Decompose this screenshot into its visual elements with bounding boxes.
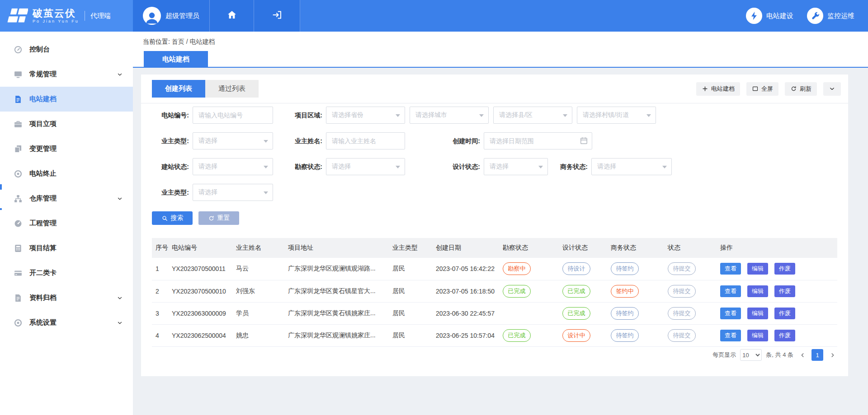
toolbar: 电站建档 全屏 刷新 <box>696 82 841 96</box>
business-status-badge: 待签约 <box>611 329 639 342</box>
document-icon <box>14 95 23 104</box>
lightning-icon <box>746 8 762 24</box>
edit-button[interactable]: 编辑 <box>747 285 768 297</box>
content-card: 创建列表通过列表 电站建档 全屏 刷新 <box>141 75 848 376</box>
sidebar-item-data-archive[interactable]: 资料归档 <box>0 285 133 310</box>
filter-field: 商务状态:请选择 <box>551 158 672 175</box>
chevron-down-icon <box>829 85 835 92</box>
collapse-filters-button[interactable] <box>823 82 841 96</box>
breadcrumb: 当前位置: 首页 / 电站建档 <box>143 38 215 46</box>
cell-index: 4 <box>152 324 170 346</box>
filter-select[interactable]: 请选择 <box>193 132 273 149</box>
breadcrumb-path[interactable]: 首页 / 电站建档 <box>172 38 215 45</box>
filter-field: 业主姓名: <box>285 132 405 149</box>
filter-row: 业主类型:请选择业主姓名:创建时间: <box>152 132 837 149</box>
void-button[interactable]: 作废 <box>774 330 795 341</box>
sidebar-item-station-stop[interactable]: 电站终止 <box>0 161 133 186</box>
home-icon <box>226 9 237 22</box>
cell-actions: 查看编辑作废 <box>718 324 837 346</box>
create-station-button[interactable]: 电站建档 <box>696 82 740 96</box>
sidebar-item-warehouse-mgmt[interactable]: 仓库管理 <box>0 186 133 211</box>
next-page-button[interactable] <box>827 349 837 361</box>
sidebar-item-project-init[interactable]: 项目立项 <box>0 112 133 136</box>
list-tabs: 创建列表通过列表 <box>152 80 259 98</box>
target-icon <box>14 169 23 178</box>
prev-page-button[interactable] <box>797 349 807 361</box>
sidebar-item-change-mgmt[interactable]: 变更管理 <box>0 136 133 161</box>
void-button[interactable]: 作废 <box>774 263 795 275</box>
filter-select[interactable]: 请选择 <box>326 158 405 175</box>
refresh-button[interactable]: 刷新 <box>785 82 817 96</box>
sidebar-item-general-mgmt[interactable]: 常规管理 <box>0 62 133 87</box>
view-button[interactable]: 查看 <box>720 263 741 275</box>
logo-title: 破茧云伏 <box>33 8 79 19</box>
search-button[interactable]: 搜索 <box>152 211 193 225</box>
logo: 破茧云伏 Po Jian Yun Fu 代理端 <box>0 0 133 32</box>
sidebar-item-system-settings[interactable]: 系统设置 <box>0 310 133 335</box>
sidebar-item-open-card[interactable]: 开二类卡 <box>0 261 133 285</box>
tab-passed-list[interactable]: 通过列表 <box>205 80 259 98</box>
cell-status: 待提交 <box>666 280 718 302</box>
cell-status: 待提交 <box>666 258 718 280</box>
edit-button[interactable]: 编辑 <box>747 330 768 341</box>
card-icon <box>14 269 23 278</box>
filter-input[interactable] <box>193 107 273 124</box>
filter-input[interactable] <box>326 132 405 149</box>
nav-station-build-label: 电站建设 <box>766 12 793 20</box>
cell-address: 广东深圳龙华区观澜镇姚家庄... <box>286 324 391 346</box>
nav-station-build[interactable]: 电站建设 <box>746 0 793 32</box>
date-range-field[interactable] <box>484 132 592 149</box>
chevron-down-icon <box>117 320 123 326</box>
app-header: 破茧云伏 Po Jian Yun Fu 代理端 超级管理员 <box>0 0 868 32</box>
filter-select[interactable]: 请选择城市 <box>410 107 489 124</box>
logo-subtitle: Po Jian Yun Fu <box>33 19 79 23</box>
filter-select[interactable]: 请选择 <box>193 158 273 175</box>
copy-icon <box>14 145 23 154</box>
edit-button[interactable]: 编辑 <box>747 263 768 275</box>
select-placeholder: 请选择 <box>198 163 217 171</box>
nav-monitor-ops[interactable]: 监控运维 <box>807 0 854 32</box>
logout-button[interactable] <box>254 0 300 32</box>
view-button[interactable]: 查看 <box>720 285 741 297</box>
void-button[interactable]: 作废 <box>774 285 795 297</box>
cell-created-date: 2023-06-25 10:57:04 <box>434 324 501 346</box>
sidebar-item-station-archive[interactable]: 电站建档 <box>0 87 133 112</box>
tab-create-list[interactable]: 创建列表 <box>152 80 205 98</box>
sidebar-item-console[interactable]: 控制台 <box>0 37 133 62</box>
home-button[interactable] <box>210 0 254 32</box>
filter-select[interactable]: 请选择 <box>193 184 273 201</box>
page-tab[interactable]: 电站建档 <box>144 51 208 68</box>
view-button[interactable]: 查看 <box>720 330 741 341</box>
sidebar-item-project-settle[interactable]: 项目结算 <box>0 236 133 261</box>
filter-label: 业主类型: <box>152 132 193 149</box>
search-icon <box>161 215 168 222</box>
chevron-down-icon <box>117 295 123 301</box>
user-menu[interactable]: 超级管理员 <box>133 0 210 32</box>
reset-button[interactable]: 重置 <box>198 211 239 225</box>
cell-index: 2 <box>152 280 170 302</box>
view-button[interactable]: 查看 <box>720 308 741 319</box>
current-page-button[interactable]: 1 <box>811 349 823 361</box>
filter-select[interactable]: 请选择 <box>484 158 548 175</box>
void-button[interactable]: 作废 <box>774 308 795 319</box>
sidebar-item-label: 项目结算 <box>29 244 57 252</box>
edit-button[interactable]: 编辑 <box>747 308 768 319</box>
user-name: 超级管理员 <box>165 12 199 20</box>
fullscreen-button[interactable]: 全屏 <box>746 82 778 96</box>
page-size-select[interactable]: 10 <box>740 349 762 361</box>
date-range-input[interactable] <box>484 132 592 149</box>
sidebar-item-engineering-mgmt[interactable]: 工程管理 <box>0 211 133 236</box>
cell-station-code: YX2023070500010 <box>170 280 234 302</box>
monitor-icon <box>14 70 23 79</box>
filter-select[interactable]: 请选择村镇/街道 <box>577 107 656 124</box>
cell-address: 广东深圳龙华区黄石镇星官大... <box>286 280 391 302</box>
briefcase-icon <box>14 120 23 129</box>
cell-address: 广东深圳龙华区观澜镇观湖路... <box>286 258 391 280</box>
filter-select[interactable]: 请选择县/区 <box>493 107 572 124</box>
page-tab-underline <box>133 67 868 68</box>
logo-icon <box>7 7 28 25</box>
filter-select[interactable]: 请选择省份 <box>326 107 405 124</box>
filter-select[interactable]: 请选择 <box>591 158 672 175</box>
sidebar-item-label: 仓库管理 <box>29 194 57 203</box>
chevron-right-icon <box>830 352 835 358</box>
